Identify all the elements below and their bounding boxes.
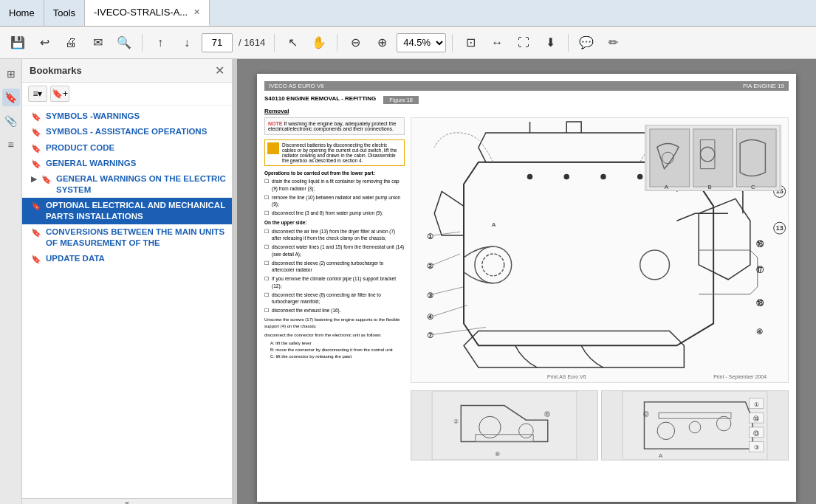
sidebar-icon-strip: ⊞ 🔖 📎 ≡ [0, 59, 22, 504]
bookmarks-close-button[interactable]: ✕ [215, 63, 224, 77]
detail-right-svg: ① ⑭ ⑬ ③ A ⑫ [602, 391, 788, 460]
pdf-small-image-left: ⑧ ② ⑯ [411, 390, 598, 460]
page-total-label: / 1614 [239, 37, 265, 48]
svg-text:Print.AS Euro V6: Print.AS Euro V6 [547, 374, 586, 379]
svg-text:⑭: ⑭ [753, 415, 759, 422]
svg-text:⑬: ⑬ [753, 430, 759, 437]
svg-line-35 [433, 305, 467, 317]
svg-text:③: ③ [754, 444, 759, 451]
operation-3: disconnect line (3 and 8) from water pum… [264, 210, 405, 217]
bookmarks-icon-button[interactable]: 🔖 [2, 89, 20, 106]
fit-width-button[interactable]: ↔ [485, 32, 509, 54]
pdf-small-image-right: ① ⑭ ⑬ ③ A ⑫ [601, 390, 789, 460]
svg-text:④: ④ [756, 328, 763, 336]
bookmark-icon: 🔖 [31, 159, 41, 169]
bookmark-item-general-warnings-electric[interactable]: ▶ 🔖 GENERAL WARNINGS ON THE ELECTRIC SYS… [22, 171, 232, 198]
bookmark-label: PRODUCT CODE [46, 142, 114, 153]
operation-8: disconnect the sleeve (8) connecting air… [264, 291, 405, 306]
fullscreen-button[interactable]: ⛶ [512, 32, 535, 54]
svg-point-14 [601, 175, 606, 179]
svg-text:①: ① [754, 401, 759, 408]
svg-rect-39 [432, 391, 577, 460]
operation-10: Unscrew the screws (17) fastening the en… [264, 317, 405, 330]
bookmark-item-optional-electrical[interactable]: 🔖 OPTIONAL ELECTRICAL AND MECHANICAL PAR… [22, 198, 232, 224]
svg-text:A: A [665, 184, 669, 190]
page-number-input[interactable] [202, 33, 233, 52]
bookmark-label: GENERAL WARNINGS [46, 158, 136, 169]
title-bar: Home Tools -IVECO-STRALIS-A... ✕ [0, 0, 816, 27]
operation-sub-b: B: move the connector by disconnecting i… [264, 347, 405, 353]
highlight-button[interactable]: ✏ [601, 32, 625, 54]
svg-point-13 [564, 175, 569, 179]
warning-icon [267, 142, 279, 154]
bookmark-item-product-code[interactable]: 🔖 PRODUCT CODE [22, 140, 232, 156]
svg-text:⑯: ⑯ [544, 411, 550, 418]
svg-text:B: B [707, 184, 711, 190]
bookmark-icon: 🔖 [31, 111, 41, 122]
add-bookmark-button[interactable]: 🔖+ [50, 86, 69, 102]
bookmarks-header: Bookmarks ✕ [22, 59, 232, 83]
save-button[interactable]: 💾 [6, 32, 30, 54]
pan-tool-button[interactable]: ✋ [307, 32, 331, 54]
svg-text:⑰: ⑰ [756, 266, 764, 274]
bookmark-item-update-data[interactable]: 🔖 UPDATE DATA [22, 251, 232, 266]
bookmark-label: CONVERSIONS BETWEEN THE MAIN UNITS OF ME… [46, 227, 226, 249]
zoom-in-button[interactable]: ⊕ [370, 32, 394, 54]
layers-icon-button[interactable]: ≡ [2, 136, 20, 153]
next-page-button[interactable]: ↓ [175, 32, 199, 54]
pdf-warning-text: Disconnect batteries by disconnecting th… [282, 142, 402, 163]
svg-text:⑱: ⑱ [756, 299, 764, 307]
svg-rect-3 [736, 129, 776, 187]
operations-label: Operations to be carried out from the lo… [264, 170, 405, 176]
svg-point-15 [638, 175, 642, 179]
attachments-icon-button[interactable]: 📎 [2, 112, 20, 130]
pdf-page: IVECO AS EURO V6 FIA ENGINE 19 S40110 EN… [257, 74, 796, 502]
bookmark-item-conversions[interactable]: 🔖 CONVERSIONS BETWEEN THE MAIN UNITS OF … [22, 224, 232, 251]
tab-tools[interactable]: Tools [44, 0, 85, 26]
comment-button[interactable]: 💬 [575, 32, 598, 54]
toolbar: 💾 ↩ 🖨 ✉ 🔍 ↑ ↓ / 1614 ↖ ✋ ⊖ ⊕ 44.5% 50% 7… [0, 27, 816, 59]
svg-text:⑦: ⑦ [427, 331, 433, 339]
cursor-tool-button[interactable]: ↖ [281, 32, 304, 54]
svg-line-33 [433, 254, 460, 265]
pdf-viewer-area[interactable]: IVECO AS EURO V6 FIA ENGINE 19 S40110 EN… [237, 59, 816, 504]
main-area: ⊞ 🔖 📎 ≡ Bookmarks ✕ ≡▾ 🔖+ 🔖 SYMBOLS -WAR… [0, 59, 816, 504]
operation-4: disconnect the air line (13) from the dr… [264, 228, 405, 243]
bookmark-label: UPDATE DATA [46, 253, 105, 264]
print-button[interactable]: 🖨 [59, 32, 83, 54]
search-button[interactable]: 🔍 [112, 32, 136, 54]
tab-document[interactable]: -IVECO-STRALIS-A... ✕ [85, 0, 210, 26]
zoom-out-button[interactable]: ⊖ [343, 32, 367, 54]
pdf-detail-image: A B C [645, 125, 781, 191]
undo-button[interactable]: ↩ [32, 32, 56, 54]
bookmark-item-symbols-assistance[interactable]: 🔖 SYMBOLS - ASSISTANCE OPERATIONS [22, 124, 232, 139]
pdf-subsection: Removal [264, 108, 789, 114]
email-button[interactable]: ✉ [86, 32, 109, 54]
bookmark-icon: 🔖 [31, 143, 41, 153]
prev-page-button[interactable]: ↑ [148, 32, 172, 54]
svg-text:③: ③ [427, 291, 433, 300]
fit-page-button[interactable]: ⊡ [459, 32, 482, 54]
svg-point-11 [640, 250, 670, 280]
operation-7: If you remove the climate control pipe (… [264, 275, 405, 290]
pdf-section-title: S40110 ENGINE REMOVAL - REFITTING [264, 95, 376, 102]
tab-home[interactable]: Home [0, 0, 44, 26]
operation-6: disconnect the sleeve (2) connecting tur… [264, 260, 405, 275]
pdf-diagram-area: A B C [411, 117, 789, 460]
bookmark-icon: 🔖 [31, 227, 41, 238]
bookmark-item-symbols-warnings[interactable]: 🔖 SYMBOLS -WARNINGS [22, 108, 232, 124]
operation-11: disconnect the connector from the electr… [264, 332, 405, 339]
bookmarks-list[interactable]: 🔖 SYMBOLS -WARNINGS 🔖 SYMBOLS - ASSISTAN… [22, 106, 232, 498]
bookmarks-panel: Bookmarks ✕ ≡▾ 🔖+ 🔖 SYMBOLS -WARNINGS 🔖 … [22, 59, 233, 504]
download-button[interactable]: ⬇ [538, 32, 562, 54]
pdf-note-label: NOTE [268, 121, 282, 126]
bookmarks-toolbar: ≡▾ 🔖+ [22, 83, 232, 106]
bookmark-item-general-warnings[interactable]: 🔖 GENERAL WARNINGS [22, 156, 232, 171]
zoom-select[interactable]: 44.5% 50% 75% 100% [397, 33, 446, 52]
thumbnails-icon-button[interactable]: ⊞ [2, 65, 20, 83]
collapse-all-button[interactable]: ≡▾ [28, 86, 47, 102]
tab-close-button[interactable]: ✕ [193, 7, 200, 17]
svg-text:①: ① [427, 232, 433, 241]
svg-line-34 [433, 287, 464, 294]
operation-sub-a: A: lift the safety lever [264, 340, 405, 347]
